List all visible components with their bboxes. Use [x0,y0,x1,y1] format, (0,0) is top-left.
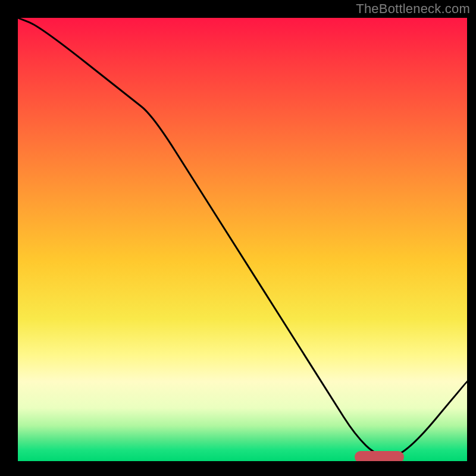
plot-area [18,18,467,461]
minimum-marker [355,451,404,461]
curve-path [18,18,467,457]
chart-frame: TheBottleneck.com [0,0,476,476]
watermark-text: TheBottleneck.com [356,1,470,17]
curve-svg [18,18,467,461]
